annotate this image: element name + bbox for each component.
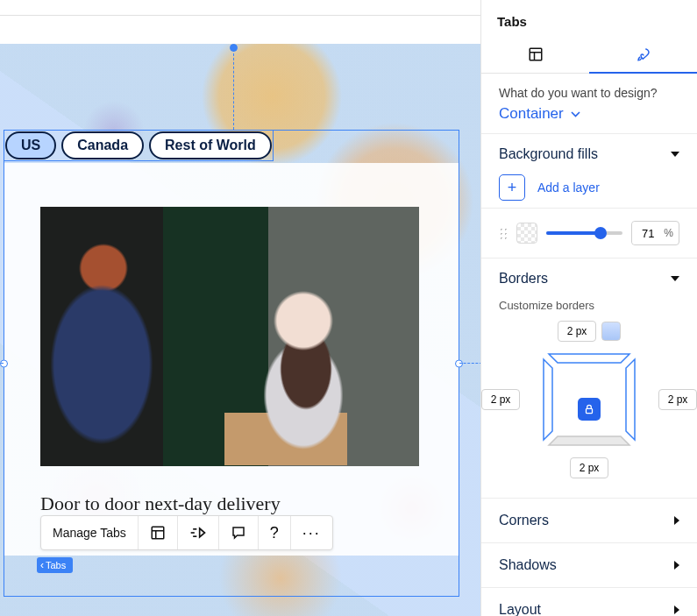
target-section: What do you want to design? Container [481, 74, 697, 133]
opacity-slider[interactable] [546, 231, 622, 235]
borders-body: Customize borders [481, 299, 697, 498]
customize-borders-label: Customize borders [499, 299, 679, 312]
caret-right-icon [674, 605, 679, 614]
drag-handle-icon[interactable] [499, 227, 508, 239]
panel-tab-layout[interactable] [481, 38, 589, 73]
top-ruler [0, 0, 480, 16]
brush-tab-icon [636, 46, 651, 62]
comment-icon[interactable] [219, 516, 259, 549]
svg-rect-1 [530, 48, 542, 60]
caret-right-icon [674, 561, 679, 570]
background-fills-title: Background fills [499, 146, 598, 162]
floating-toolbar: Manage Tabs ? ··· [40, 515, 333, 550]
chevron-down-icon [571, 111, 580, 117]
borders-title: Borders [499, 271, 548, 287]
design-panel: Tabs What do you want to design? Contain… [480, 0, 697, 616]
svg-rect-2 [587, 408, 593, 413]
panel-title: Tabs [481, 0, 697, 29]
background-fills-header[interactable]: Background fills [481, 134, 697, 174]
opacity-row: % [481, 209, 697, 258]
selection-guide-right [459, 363, 482, 364]
opacity-unit: % [664, 227, 679, 239]
selection-guide-left [0, 363, 4, 364]
layout-tab-icon [528, 46, 544, 62]
borders-header[interactable]: Borders [481, 258, 697, 299]
animation-icon[interactable] [178, 516, 219, 549]
selection-guide-vertical [233, 49, 234, 130]
border-left-input[interactable] [481, 389, 520, 410]
manage-tabs-button[interactable]: Manage Tabs [41, 516, 139, 549]
panel-tab-design[interactable] [589, 38, 697, 73]
shadows-header[interactable]: Shadows [481, 542, 697, 587]
svg-rect-0 [152, 527, 164, 539]
caret-down-icon [671, 152, 679, 157]
border-lock-toggle[interactable] [578, 398, 601, 421]
corners-title: Corners [499, 513, 549, 528]
border-right-input[interactable] [658, 389, 697, 410]
element-tag-label: Tabs [46, 560, 66, 570]
design-target-dropdown[interactable]: Container [499, 105, 679, 123]
more-icon[interactable]: ··· [291, 516, 332, 549]
add-layer-link[interactable]: Add a layer [537, 181, 600, 195]
help-icon[interactable]: ? [259, 516, 291, 549]
layout-title: Layout [499, 602, 541, 616]
add-layer-button[interactable]: + [499, 174, 525, 201]
border-top-input[interactable] [558, 321, 596, 342]
border-top-color[interactable] [601, 322, 621, 341]
layout-header[interactable]: Layout [481, 587, 697, 616]
fill-swatch[interactable] [516, 223, 537, 244]
layout-icon[interactable] [139, 516, 178, 549]
caret-down-icon [671, 276, 679, 281]
caret-right-icon [674, 516, 679, 525]
panel-tabs [481, 38, 697, 74]
design-target-value: Container [499, 105, 564, 123]
element-tag-chip[interactable]: Tabs [37, 557, 73, 573]
border-bottom-input[interactable] [570, 457, 608, 478]
canvas-area: US Canada Rest of World Door to door nex… [0, 0, 480, 616]
shadows-title: Shadows [499, 557, 557, 573]
design-question-label: What do you want to design? [499, 86, 679, 100]
opacity-input[interactable] [632, 222, 664, 244]
lock-icon [583, 403, 595, 415]
corners-header[interactable]: Corners [481, 498, 697, 542]
